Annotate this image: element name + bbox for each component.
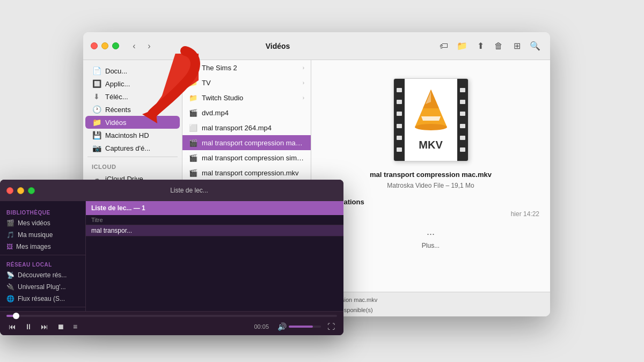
preview-filename: mal transport compression mac.mkv (370, 171, 492, 179)
vlc-playlist-item-0[interactable]: mal transpor... (86, 225, 343, 237)
vlc-playlist-header: Liste de lec... — 1 (86, 201, 343, 215)
macintosh-icon: 💾 (92, 131, 101, 139)
sidebar-item-telechargements[interactable]: ⬇ Téléc... (85, 90, 180, 103)
vlc-fullscreen-button[interactable]: ⛶ (325, 321, 337, 332)
file-name-tv: TV (202, 79, 298, 87)
icloud-section-label: iCloud (83, 159, 182, 172)
vlc-maximize[interactable] (28, 187, 35, 194)
file-name-the-sims-2: The Sims 2 (202, 64, 298, 72)
tag-button[interactable]: 🏷 (436, 39, 451, 54)
vlc-volume-area: 🔊 (277, 322, 321, 331)
sidebar-label-videos: Vidéos (105, 119, 127, 127)
video-icon-simple: 🎬 (189, 154, 197, 162)
vlc-play-button[interactable]: ⏸ (23, 321, 34, 332)
film-hole (397, 147, 402, 152)
traffic-lights (91, 42, 119, 49)
vlc-traffic-lights (6, 187, 35, 194)
file-name-dvd: dvd.mp4 (202, 109, 304, 117)
file-preview-icon: MKV (388, 73, 474, 164)
vlc-prev-button[interactable]: ⏮ (6, 321, 18, 332)
sidebar-item-apps[interactable]: 🔲 Applic... (85, 77, 180, 90)
arrow-twitch: › (303, 95, 304, 101)
view-button[interactable]: ⊞ (509, 39, 524, 54)
finder-title: Vidéos (162, 42, 393, 50)
apps-icon: 🔲 (92, 79, 101, 88)
mkv-text-label: MKV (419, 139, 442, 151)
close-button[interactable] (91, 42, 98, 49)
arrow-the-sims-2: › (303, 65, 304, 71)
vlc-sidebar-upnp[interactable]: 🔌 Universal Plug'... (0, 281, 85, 293)
vlc-buttons-row: ⏮ ⏸ ⏭ ⏹ ≡ 00:05 🔊 ⛶ (6, 321, 337, 332)
file-item-dvd[interactable]: 🎬 dvd.mp4 (182, 105, 311, 120)
vlc-sidebar-decouverte[interactable]: 📡 Découverte rés... (0, 269, 85, 281)
search-button[interactable]: 🔍 (528, 39, 543, 54)
folder-icon: 📁 (189, 64, 197, 72)
file-item-compression-simple[interactable]: 🎬 mal transport compression simple.mp4 (182, 150, 311, 165)
vlc-volume-bar[interactable] (289, 326, 321, 328)
folder-icon-tv: 📁 (189, 79, 197, 87)
vlc-library-section: BIBLIOTHÈQUE (0, 205, 85, 217)
share-button[interactable]: ⬆ (473, 39, 488, 54)
vlc-sidebar-mes-videos[interactable]: 🎬 Mes vidéos (0, 217, 85, 229)
file-name-twitch-studio: Twitch Studio (202, 94, 298, 102)
toolbar-right: 🏷 📁 ⬆ 🗑 ⊞ 🔍 (436, 39, 543, 54)
svg-marker-4 (421, 116, 441, 121)
more-label: Plus... (422, 242, 440, 249)
sidebar-label-apps: Applic... (105, 80, 130, 88)
sidebar-label-captures: Captures d'é... (105, 144, 150, 152)
vlc-progress-bar[interactable] (6, 315, 337, 317)
sidebar-label-docs: Docu... (105, 67, 127, 75)
vlc-playlist-button[interactable]: ≡ (71, 321, 79, 332)
forward-button[interactable]: › (143, 40, 156, 53)
vlc-sidebar-ma-musique[interactable]: 🎵 Ma musique (0, 229, 85, 241)
vlc-network-section: RÉSEAU LOCAL (0, 257, 85, 269)
vlc-volume-fill (289, 326, 313, 328)
film-hole (397, 112, 402, 116)
vlc-window: Liste de lec... BIBLIOTHÈQUE 🎬 Mes vidéo… (0, 180, 343, 335)
preview-more-button[interactable]: ··· Plus... (422, 228, 440, 249)
maximize-button[interactable] (112, 42, 119, 49)
vlc-close[interactable] (6, 187, 13, 194)
file-item-264[interactable]: ⬜ mal transport 264.mp4 (182, 120, 311, 135)
vlc-sidebar: BIBLIOTHÈQUE 🎬 Mes vidéos 🎵 Ma musique 🖼… (0, 201, 86, 311)
film-hole (397, 124, 402, 128)
delete-button[interactable]: 🗑 (491, 39, 506, 54)
ellipsis-icon: ··· (427, 228, 435, 240)
captures-icon: 📷 (92, 144, 101, 152)
back-button[interactable]: ‹ (128, 40, 141, 53)
file-item-mkv-selected[interactable]: 🎬 mal transport compression mac.mkv (182, 135, 311, 150)
nav-buttons: ‹ › (128, 40, 156, 53)
sidebar-item-macintosh[interactable]: 💾 Macintosh HD (85, 129, 180, 142)
vlc-stop-button[interactable]: ⏹ (55, 321, 67, 332)
preview-info-created-value: hier 14:22 (511, 210, 539, 218)
vlc-sidebar-flux[interactable]: 🌐 Flux réseau (S... (0, 293, 85, 305)
vlc-next-button[interactable]: ⏭ (39, 321, 50, 332)
file-item-tv[interactable]: 📁 TV › (182, 75, 311, 90)
film-hole (397, 136, 402, 140)
preview-subtitle: Matroska Video File – 19,1 Mo (387, 182, 474, 189)
folder-icon-twitch: 📁 (189, 94, 197, 102)
sidebar-item-captures[interactable]: 📷 Captures d'é... (85, 142, 180, 154)
vlc-sidebar-mes-images[interactable]: 🖼 Mes images (0, 241, 85, 253)
sidebar-item-recents[interactable]: 🕐 Récents (85, 103, 180, 116)
mes-images-icon: 🖼 (6, 243, 13, 250)
folder-button[interactable]: 📁 (455, 39, 470, 54)
vlc-minimize[interactable] (17, 187, 24, 194)
finder-titlebar: ‹ › Vidéos 🏷 📁 ⬆ 🗑 ⊞ 🔍 (83, 32, 550, 60)
vlc-sidebar-label-flux: Flux réseau (S... (18, 295, 65, 302)
vlc-divider-2 (0, 307, 85, 307)
minimize-button[interactable] (101, 42, 108, 49)
sidebar-item-videos[interactable]: 📁 Vidéos (85, 116, 180, 129)
vlc-body: BIBLIOTHÈQUE 🎬 Mes vidéos 🎵 Ma musique 🖼… (0, 201, 343, 311)
vlc-playlist-col-header: Titre (86, 215, 343, 225)
file-name-compression-simple: mal transport compression simple.mp4 (202, 154, 304, 162)
film-strip-right (457, 79, 468, 161)
film-strip-left (394, 79, 405, 161)
file-item-the-sims-2[interactable]: 📁 The Sims 2 › (182, 60, 311, 75)
file-item-compression-mkv[interactable]: 🎬 mal transport compression.mkv (182, 165, 311, 180)
sidebar-item-docs[interactable]: 📄 Docu... (85, 64, 180, 77)
vlc-progress-thumb[interactable] (13, 313, 19, 319)
sidebar-label-macintosh: Macintosh HD (105, 131, 149, 139)
file-item-twitch-studio[interactable]: 📁 Twitch Studio › (182, 90, 311, 105)
vlc-sidebar-label-upnp: Universal Plug'... (18, 283, 66, 291)
